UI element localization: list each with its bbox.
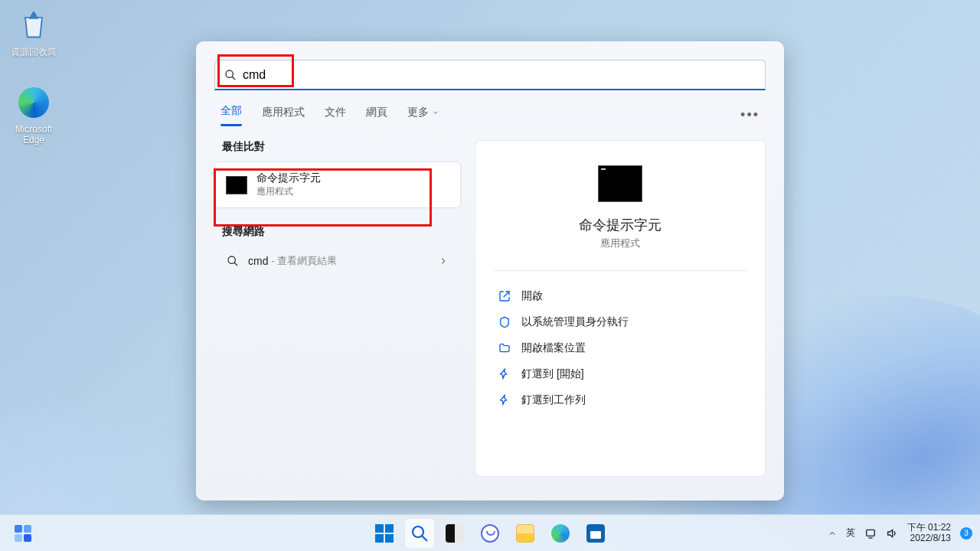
web-search-result[interactable]: cmd - 查看網頁結果 xyxy=(214,246,461,276)
best-match-subtitle: 應用程式 xyxy=(256,185,321,198)
tab-more-label: 更多 xyxy=(407,106,429,119)
svg-point-4 xyxy=(413,527,423,537)
cmd-icon-large xyxy=(598,165,642,202)
action-label: 釘選到 [開始] xyxy=(521,367,584,381)
action-label: 釘選到工作列 xyxy=(521,393,586,407)
desktop-icon-label: 資源回收筒 xyxy=(6,46,61,59)
svg-point-0 xyxy=(226,70,233,77)
preview-title: 命令提示字元 xyxy=(494,216,746,234)
svg-line-3 xyxy=(234,262,237,266)
results-column: 最佳比對 命令提示字元 應用程式 搜尋網路 cmd - 查看網頁結果 xyxy=(214,140,461,477)
action-pin-to-taskbar[interactable]: 釘選到工作列 xyxy=(494,387,746,413)
tab-web[interactable]: 網頁 xyxy=(366,106,387,126)
action-open[interactable]: 開啟 xyxy=(494,283,746,309)
clock-time: 下午 01:22 xyxy=(907,523,951,533)
shield-icon xyxy=(498,316,511,328)
chevron-right-icon xyxy=(438,256,449,266)
web-query-hint: - 查看網頁結果 xyxy=(271,254,337,268)
chevron-down-icon xyxy=(432,109,439,116)
windows-logo-icon xyxy=(375,524,394,543)
svg-point-2 xyxy=(228,256,235,263)
web-query-text: cmd xyxy=(248,255,268,267)
search-icon xyxy=(227,255,239,267)
taskbar-start[interactable] xyxy=(369,518,400,549)
edge-icon xyxy=(551,524,570,543)
taskbar-file-explorer[interactable] xyxy=(510,518,541,549)
best-match-title: 命令提示字元 xyxy=(256,171,321,185)
svg-line-1 xyxy=(232,77,235,80)
best-match-heading: 最佳比對 xyxy=(222,140,453,154)
taskbar-widgets[interactable] xyxy=(8,518,38,549)
ime-indicator[interactable]: 英 xyxy=(846,527,855,540)
pin-icon xyxy=(498,368,511,380)
preview-pane: 命令提示字元 應用程式 開啟 以系統管理員身分執行 開啟檔案位置 釘選到 [開始… xyxy=(475,140,766,477)
action-label: 以系統管理員身分執行 xyxy=(521,315,629,329)
clock-date: 2022/8/13 xyxy=(907,533,951,544)
preview-subtitle: 應用程式 xyxy=(494,237,746,250)
divider xyxy=(494,270,746,271)
action-pin-to-start[interactable]: 釘選到 [開始] xyxy=(494,361,746,387)
search-panel: 全部 應用程式 文件 網頁 更多 ••• 最佳比對 命令提示字元 應用程式 搜尋… xyxy=(196,41,784,500)
volume-icon[interactable] xyxy=(886,527,898,540)
edge-icon xyxy=(15,84,52,121)
chat-icon xyxy=(481,524,499,543)
best-match-result[interactable]: 命令提示字元 應用程式 xyxy=(214,161,461,208)
cmd-icon xyxy=(226,176,247,194)
chevron-up-icon[interactable] xyxy=(828,529,837,538)
network-icon[interactable] xyxy=(864,527,877,540)
search-web-heading: 搜尋網路 xyxy=(222,225,453,239)
desktop-icon-edge[interactable]: Microsoft Edge xyxy=(6,84,61,145)
notifications-badge[interactable]: 3 xyxy=(960,527,972,540)
tab-apps[interactable]: 應用程式 xyxy=(262,106,305,126)
taskbar-clock[interactable]: 下午 01:22 2022/8/13 xyxy=(907,523,951,544)
widgets-icon xyxy=(15,525,31,542)
search-tabs: 全部 應用程式 文件 網頁 更多 ••• xyxy=(196,90,784,126)
taskbar-search[interactable] xyxy=(404,518,435,549)
action-label: 開啟 xyxy=(521,289,543,303)
taskbar-edge[interactable] xyxy=(545,518,576,549)
tab-all[interactable]: 全部 xyxy=(220,104,242,126)
action-open-file-location[interactable]: 開啟檔案位置 xyxy=(494,335,746,361)
action-label: 開啟檔案位置 xyxy=(521,341,586,355)
svg-line-5 xyxy=(422,536,427,541)
search-input[interactable] xyxy=(237,68,756,82)
open-icon xyxy=(498,290,511,302)
taskbar-store[interactable] xyxy=(580,518,611,549)
recycle-bin-icon xyxy=(15,6,52,43)
desktop-icon-recycle-bin[interactable]: 資源回收筒 xyxy=(6,6,61,59)
desktop-icon-label: Microsoft Edge xyxy=(6,124,61,145)
taskbar: 英 下午 01:22 2022/8/13 3 xyxy=(0,514,980,551)
svg-rect-6 xyxy=(866,530,874,536)
tab-more[interactable]: 更多 xyxy=(407,106,439,126)
more-options-button[interactable]: ••• xyxy=(740,107,760,123)
task-view-icon xyxy=(446,524,464,543)
taskbar-task-view[interactable] xyxy=(439,518,470,549)
action-run-as-admin[interactable]: 以系統管理員身分執行 xyxy=(494,309,746,335)
store-icon xyxy=(586,524,605,543)
file-explorer-icon xyxy=(516,524,534,543)
search-bar[interactable] xyxy=(214,60,766,90)
pin-icon xyxy=(498,394,511,406)
tab-documents[interactable]: 文件 xyxy=(325,106,346,126)
folder-icon xyxy=(498,342,511,354)
search-icon xyxy=(410,524,429,543)
taskbar-chat[interactable] xyxy=(475,518,505,549)
search-icon xyxy=(224,69,237,81)
